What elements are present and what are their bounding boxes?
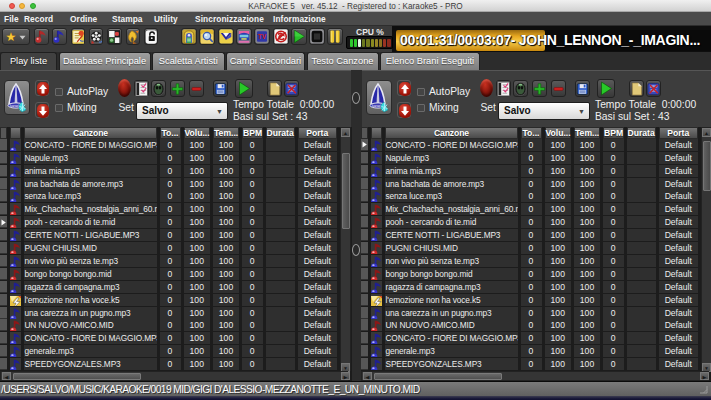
svg-text:TV: TV	[258, 33, 267, 40]
